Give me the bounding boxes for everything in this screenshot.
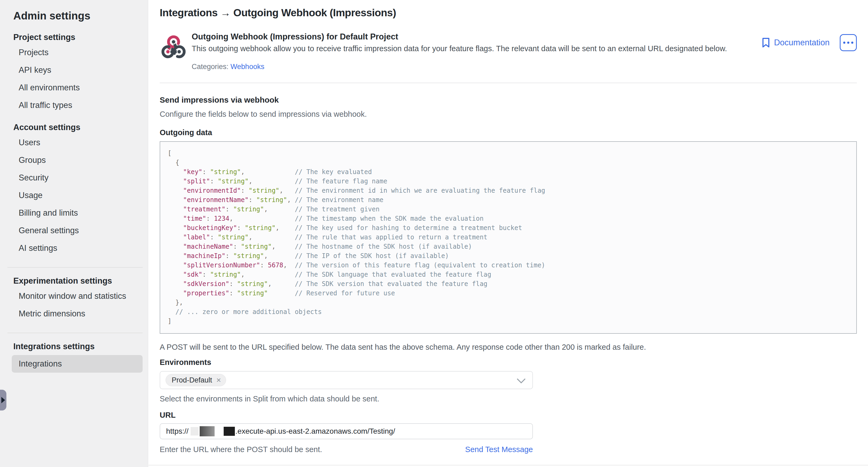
code-schema: [ { "key": "string", // The key evaluate… [168,149,856,326]
environment-chip-label: Prod-Default [172,376,212,384]
section-title: Send impressions via webhook [160,95,857,104]
sidebar-item-general-settings[interactable]: General settings [0,222,148,239]
url-redaction-block [191,427,198,436]
documentation-label: Documentation [774,38,830,48]
integration-title: Outgoing Webhook (Impressions) for Defau… [192,32,727,41]
sidebar-heading-experimentation-settings: Experimentation settings [0,275,148,287]
sidebar-title: Admin settings [0,7,148,24]
categories-webhooks-link[interactable]: Webhooks [230,63,265,71]
bookmark-icon [762,37,770,48]
integration-info: Outgoing Webhook (Impressions) for Defau… [192,32,727,71]
url-input[interactable]: https:// .execute-api.us-east-2.amazonaw… [160,423,533,439]
chevron-down-icon [516,378,526,384]
sidebar-divider [7,267,143,268]
sidebar-item-projects[interactable]: Projects [0,44,148,61]
chevron-right-icon [1,397,5,403]
categories-label: Categories: [192,63,228,71]
sidebar-item-all-environments[interactable]: All environments [0,79,148,96]
send-test-message-link[interactable]: Send Test Message [465,445,533,454]
sidebar-sections: Project settingsProjectsAPI keysAll envi… [0,31,148,373]
environment-chip: Prod-Default × [165,374,226,386]
outgoing-data-schema: [ { "key": "string", // The key evaluate… [160,141,857,334]
ellipsis-icon [843,41,845,44]
main-content: Integrations → Outgoing Webhook (Impress… [149,0,868,467]
url-suffix: .execute-api.us-east-2.amazonaws.com/Tes… [236,427,395,436]
url-prefix: https:// [166,427,188,436]
post-note: A POST will be sent to the URL specified… [160,343,857,351]
chip-remove-icon[interactable]: × [216,376,221,384]
section-subtitle: Configure the fields below to send impre… [160,110,857,119]
url-redaction-block [200,426,215,436]
sidebar-heading-project-settings: Project settings [0,31,148,44]
sidebar-item-api-keys[interactable]: API keys [0,61,148,79]
sidebar-item-metric-dimensions[interactable]: Metric dimensions [0,305,148,322]
sidebar-item-monitor-window-and-statistics[interactable]: Monitor window and statistics [0,287,148,305]
webhook-logo-icon [160,33,187,61]
integration-categories: Categories: Webhooks [192,63,727,71]
sidebar-item-ai-settings[interactable]: AI settings [0,239,148,257]
bottom-divider [149,465,868,465]
environments-help: Select the environments in Split from wh… [160,395,857,403]
header-divider [160,83,857,83]
sidebar-heading-integrations-settings: Integrations settings [0,340,148,353]
sidebar-item-integrations[interactable]: Integrations [12,355,143,373]
url-footer-row: Enter the URL where the POST should be s… [160,445,533,454]
sidebar-item-billing-and-limits[interactable]: Billing and limits [0,204,148,222]
more-options-button[interactable] [840,34,857,51]
url-help: Enter the URL where the POST should be s… [160,445,322,454]
sidebar-item-users[interactable]: Users [0,134,148,151]
breadcrumb: Integrations → Outgoing Webhook (Impress… [160,7,857,19]
header-actions: Documentation [762,34,857,51]
sidebar-collapse-handle[interactable] [0,390,6,410]
environments-label: Environments [160,358,857,367]
integration-header: Outgoing Webhook (Impressions) for Defau… [160,32,857,71]
sidebar-heading-account-settings: Account settings [0,121,148,134]
url-label: URL [160,411,857,419]
environments-select[interactable]: Prod-Default × [160,371,533,389]
url-redaction-block [224,427,235,436]
documentation-link[interactable]: Documentation [762,37,830,48]
sidebar: Admin settings Project settingsProjectsA… [0,0,148,467]
sidebar-item-groups[interactable]: Groups [0,151,148,169]
sidebar-item-all-traffic-types[interactable]: All traffic types [0,96,148,114]
sidebar-divider [7,333,143,333]
outgoing-data-label: Outgoing data [160,128,857,137]
integration-description: This outgoing webhook allow you to recei… [192,44,727,53]
sidebar-item-usage[interactable]: Usage [0,187,148,204]
sidebar-item-security[interactable]: Security [0,169,148,187]
